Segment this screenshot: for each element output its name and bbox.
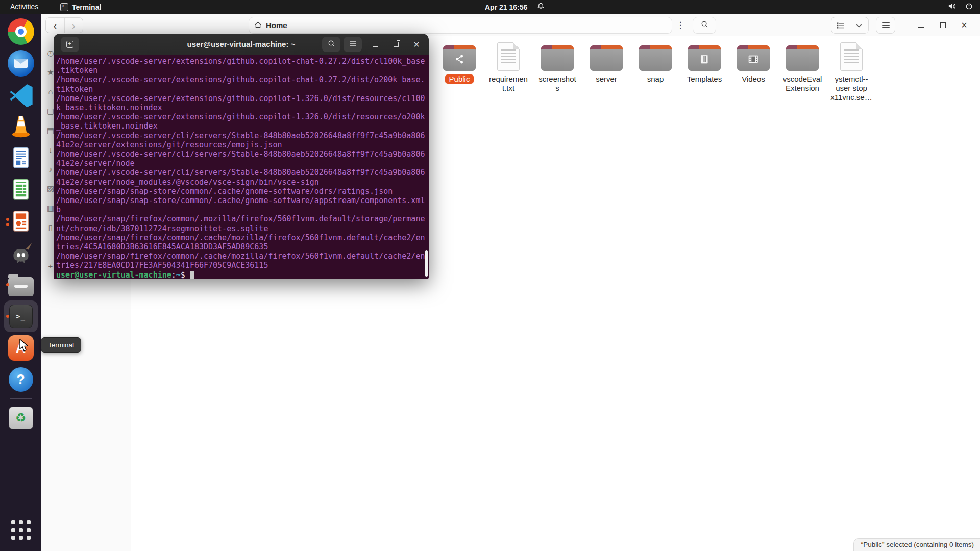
terminal-output-line: /home/user/.vscode-server/extensions/git… — [56, 112, 425, 121]
dock-item-libreoffice-calc[interactable] — [4, 174, 38, 206]
files-icon — [8, 277, 34, 296]
list-view-button[interactable] — [831, 17, 850, 33]
file-item[interactable]: Templates — [680, 41, 729, 102]
file-item[interactable]: screenshots — [533, 41, 582, 102]
file-item[interactable]: ystemctl--user stopx11vnc.se… — [827, 41, 876, 102]
file-item[interactable]: Public — [435, 41, 484, 102]
search-button[interactable] — [693, 17, 716, 34]
location-tab[interactable]: Home — [249, 17, 672, 34]
file-item[interactable]: Videos — [729, 41, 778, 102]
dock-item-thunderbird[interactable] — [4, 47, 38, 79]
thunderbird-icon — [8, 50, 34, 77]
minimize-button[interactable] — [915, 19, 928, 32]
terminal-titlebar[interactable]: user@user-virtual-machine: ~ ✕ — [54, 34, 429, 55]
search-icon — [328, 40, 335, 49]
template-emblem-icon — [701, 55, 708, 66]
terminal-output-line: tiktoken — [56, 85, 425, 94]
file-label: Videos — [742, 74, 765, 84]
new-tab-button[interactable] — [61, 37, 79, 52]
dock-item-libreoffice-writer[interactable] — [4, 142, 38, 174]
vscode-icon — [8, 82, 34, 108]
terminal-search-button[interactable] — [322, 37, 340, 52]
terminal-output-line: /home/user/.vscode-server/extensions/git… — [56, 75, 425, 84]
folder-icon — [688, 45, 721, 71]
terminal-output-line: b — [56, 205, 425, 214]
hamburger-icon — [349, 40, 357, 49]
activities-button[interactable]: Activities — [8, 0, 40, 14]
trash-icon — [9, 407, 33, 429]
terminal-output-line: k_base.tiktoken.noindex — [56, 103, 425, 112]
dock-item-files[interactable] — [4, 269, 38, 300]
terminal-body[interactable]: /home/user/.vscode-server/extensions/git… — [54, 55, 429, 279]
file-icon — [840, 42, 863, 71]
vlc-icon — [8, 113, 34, 140]
file-label: Public — [445, 74, 474, 84]
libreoffice-impress-icon — [8, 209, 34, 234]
dock-item-gimp[interactable] — [4, 237, 38, 269]
terminal-window: user@user-virtual-machine: ~ ✕ /home/use… — [54, 34, 429, 279]
dock-item-vlc[interactable] — [4, 111, 38, 142]
dock-item-app-grid[interactable] — [4, 514, 38, 546]
video-emblem-icon — [748, 55, 758, 66]
location-label: Home — [266, 21, 287, 30]
dock-item-trash[interactable] — [4, 402, 38, 434]
system-status-area[interactable] — [948, 0, 973, 14]
terminal-output-line: /home/user/snap/firefox/common/.cache/mo… — [56, 252, 425, 261]
terminal-output-line: 41e2e/server/node_modules/@vscode/vsce-s… — [56, 178, 425, 187]
view-options-dropdown[interactable] — [850, 17, 869, 33]
help-icon — [9, 367, 33, 392]
dock-item-google-chrome[interactable] — [4, 16, 38, 47]
file-item[interactable]: vscodeEvalExtension — [778, 41, 827, 102]
terminal-app-icon — [60, 3, 68, 11]
dock-item-libreoffice-impress[interactable] — [4, 206, 38, 237]
folder-icon — [786, 45, 819, 71]
terminal-menu-button[interactable] — [344, 37, 362, 52]
terminal-output: /home/user/.vscode-server/extensions/git… — [56, 57, 425, 279]
libreoffice-writer-icon — [8, 145, 34, 171]
focused-app-indicator[interactable]: Terminal — [60, 0, 101, 14]
terminal-output-line: .tiktoken — [56, 66, 425, 75]
terminal-cursor — [190, 271, 194, 279]
maximize-button[interactable] — [936, 19, 949, 32]
file-label: requirement.txt — [489, 74, 528, 93]
running-indicator-dot — [6, 283, 9, 286]
terminal-icon — [9, 305, 33, 328]
file-label: Templates — [687, 74, 722, 84]
dock-item-terminal[interactable] — [4, 300, 38, 332]
terminal-output-line: /home/user/snap/firefox/common/.cache/mo… — [56, 233, 425, 242]
status-bar: “Public” selected (containing 0 items) — [853, 538, 980, 551]
file-item[interactable]: server — [582, 41, 631, 102]
search-icon — [701, 20, 708, 30]
terminal-output-line: /home/user/.vscode-server/extensions/git… — [56, 94, 425, 103]
libreoffice-calc-icon — [8, 177, 34, 203]
terminal-output-line: _base.tiktoken.noindex — [56, 121, 425, 131]
close-button[interactable]: ✕ — [958, 19, 971, 32]
top-bar: Activities Terminal Apr 21 16:56 — [0, 0, 980, 14]
terminal-output-line: tries/4C5A1680D3B63616E845ACA183DD3AF5AD… — [56, 242, 425, 252]
terminal-output-line: /home/user/snap/snap-store/common/.cache… — [56, 196, 425, 205]
running-indicator-dot — [6, 315, 9, 318]
dock-item-vscode[interactable] — [4, 79, 38, 111]
terminal-output-line: /home/user/.vscode-server/cli/servers/St… — [56, 131, 425, 140]
terminal-output-line: /home/user/.vscode-server/cli/servers/St… — [56, 149, 425, 159]
folder-icon — [737, 45, 770, 71]
terminal-output-line: /home/user/.vscode-server/extensions/git… — [56, 57, 425, 66]
new-tab-icon — [66, 41, 74, 48]
file-label: vscodeEvalExtension — [783, 74, 822, 93]
terminal-output-line: /home/user/.vscode-server/cli/servers/St… — [56, 168, 425, 177]
tab-options-button[interactable]: ⋮ — [672, 17, 689, 34]
volume-icon — [948, 3, 957, 11]
terminal-minimize-button[interactable] — [369, 38, 382, 51]
file-item[interactable]: snap — [631, 41, 680, 102]
terminal-close-button[interactable]: ✕ — [410, 38, 423, 51]
file-item[interactable]: requirement.txt — [484, 41, 533, 102]
clock-menu[interactable]: Apr 21 16:56 — [485, 0, 545, 14]
main-menu-button[interactable] — [876, 17, 895, 34]
terminal-maximize-button[interactable] — [389, 38, 403, 51]
back-button[interactable]: ‹ — [46, 18, 64, 33]
forward-button[interactable]: › — [64, 18, 83, 33]
dock-item-help[interactable] — [4, 364, 38, 395]
dock-tooltip: Terminal — [41, 337, 81, 353]
terminal-scrollbar[interactable] — [425, 250, 428, 277]
file-label: ystemctl--user stopx11vnc.se… — [830, 74, 872, 102]
